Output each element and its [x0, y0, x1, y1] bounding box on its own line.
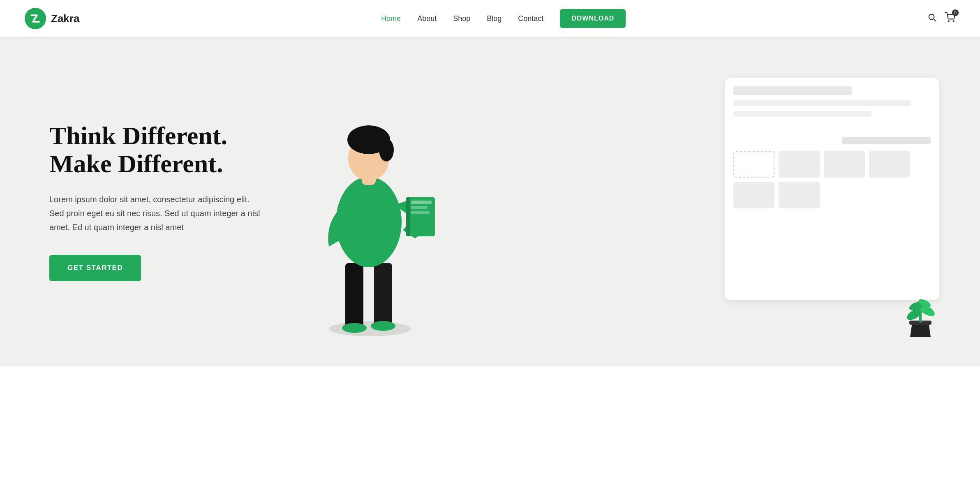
- plant-illustration: [902, 292, 939, 341]
- person-illustration: [304, 99, 444, 337]
- cart-button[interactable]: 0: [945, 12, 955, 25]
- nav-about[interactable]: About: [417, 14, 437, 23]
- mockup-card-1: [779, 151, 820, 178]
- mockup-line-1: [733, 100, 911, 106]
- site-header: Zakra Home About Shop Blog Contact DOWNL…: [0, 0, 980, 37]
- logo-text: Zakra: [51, 12, 79, 25]
- nav-shop[interactable]: Shop: [453, 14, 470, 23]
- mockup-line-2: [733, 111, 871, 117]
- logo-icon: [25, 8, 46, 29]
- mockup-card-2: [824, 151, 865, 178]
- svg-point-2: [948, 21, 949, 22]
- nav-home[interactable]: Home: [381, 14, 401, 23]
- hero-section: Think Different. Make Different. Lorem i…: [0, 37, 980, 366]
- mockup-cards: [733, 151, 931, 208]
- hero-title: Think Different. Make Different.: [49, 122, 263, 178]
- svg-point-8: [371, 321, 395, 331]
- nav-contact[interactable]: Contact: [518, 14, 543, 23]
- mockup-card-3: [869, 151, 910, 178]
- svg-rect-15: [406, 197, 410, 236]
- get-started-button[interactable]: GET STARTED: [49, 255, 141, 281]
- logo[interactable]: Zakra: [25, 8, 79, 29]
- download-button[interactable]: DOWNLOAD: [560, 9, 626, 28]
- search-button[interactable]: [927, 13, 936, 24]
- svg-rect-16: [411, 201, 432, 204]
- svg-rect-17: [411, 206, 428, 209]
- mockup-card-dashed: [733, 151, 774, 178]
- mockup-card-5: [779, 182, 820, 208]
- svg-point-13: [379, 139, 394, 162]
- mockup-board: [725, 78, 939, 300]
- nav-blog[interactable]: Blog: [487, 14, 502, 23]
- svg-point-4: [329, 321, 411, 336]
- mockup-card-4: [733, 182, 774, 208]
- svg-line-1: [934, 19, 936, 21]
- main-nav: Home About Shop Blog Contact DOWNLOAD: [381, 9, 626, 28]
- hero-description: Lorem ipsum dolor sit amet, consectetur …: [49, 192, 263, 234]
- header-icons: 0: [927, 12, 955, 25]
- cart-count: 0: [952, 9, 959, 16]
- hero-illustration: [263, 62, 939, 341]
- svg-rect-18: [411, 211, 430, 214]
- svg-point-7: [342, 323, 367, 333]
- svg-rect-6: [374, 263, 392, 327]
- search-icon: [927, 13, 936, 22]
- svg-point-3: [953, 21, 954, 22]
- mockup-mid-bar: [842, 137, 931, 144]
- svg-rect-5: [345, 263, 363, 329]
- mockup-top-bar: [733, 86, 852, 95]
- hero-text-content: Think Different. Make Different. Lorem i…: [49, 122, 263, 281]
